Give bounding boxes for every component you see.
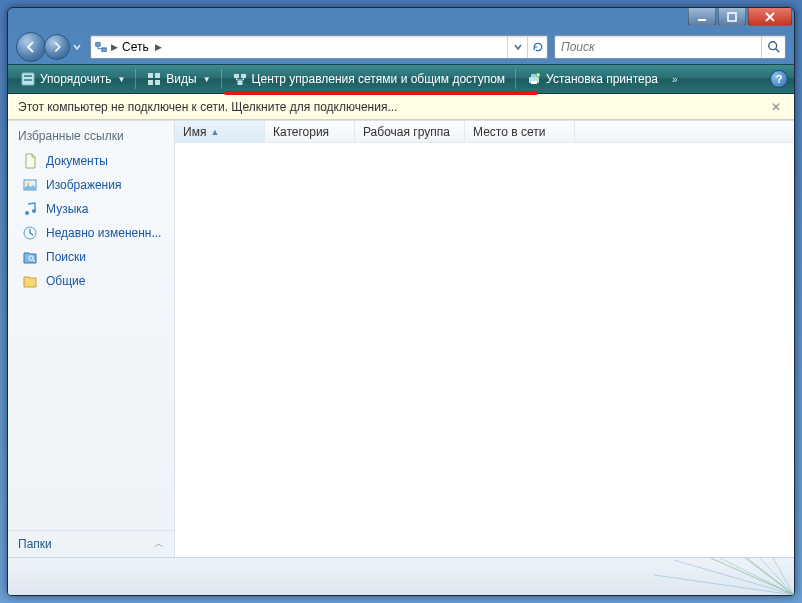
- views-icon: [146, 71, 162, 87]
- sidebar-item-label: Общие: [46, 274, 85, 288]
- breadcrumb[interactable]: Сеть ▶: [118, 40, 166, 54]
- refresh-icon: [532, 41, 544, 53]
- documents-icon: [22, 153, 38, 169]
- column-location[interactable]: Место в сети: [465, 121, 575, 142]
- svg-point-4: [768, 42, 776, 50]
- search-button[interactable]: [761, 36, 785, 58]
- info-bar[interactable]: Этот компьютер не подключен к сети. Щелк…: [8, 94, 794, 120]
- svg-point-22: [32, 209, 36, 213]
- svg-rect-14: [237, 81, 242, 85]
- sidebar-item-label: Поиски: [46, 250, 86, 264]
- body: Избранные ссылки Документы Изображения М…: [8, 120, 794, 557]
- minimize-button[interactable]: [688, 8, 716, 26]
- details-pane: [8, 557, 794, 595]
- column-label: Категория: [273, 125, 329, 139]
- sidebar-item-label: Музыка: [46, 202, 88, 216]
- chevron-down-icon: ▼: [117, 75, 125, 84]
- sidebar-item-searches[interactable]: Поиски: [8, 245, 174, 269]
- sort-ascending-icon: ▲: [210, 127, 219, 137]
- search-input[interactable]: [555, 40, 761, 54]
- sidebar: Избранные ссылки Документы Изображения М…: [8, 121, 175, 557]
- column-headers: Имя ▲ Категория Рабочая группа Место в с…: [175, 121, 794, 143]
- chevron-down-icon: [73, 43, 81, 51]
- search-icon: [767, 40, 781, 54]
- views-label: Виды: [166, 72, 196, 86]
- breadcrumb-root[interactable]: Сеть: [122, 40, 149, 54]
- separator: [135, 69, 136, 89]
- arrow-left-icon: [24, 40, 38, 54]
- nav-buttons: [16, 32, 84, 62]
- column-category[interactable]: Категория: [265, 121, 355, 142]
- column-name[interactable]: Имя ▲: [175, 121, 265, 142]
- column-label: Место в сети: [473, 125, 545, 139]
- network-center-icon: [232, 71, 248, 87]
- pictures-icon: [22, 177, 38, 193]
- close-icon: [765, 12, 775, 22]
- sidebar-item-documents[interactable]: Документы: [8, 149, 174, 173]
- recent-icon: [22, 225, 38, 241]
- maximize-icon: [727, 12, 737, 22]
- info-bar-close-button[interactable]: ✕: [768, 100, 784, 114]
- folders-pane-toggle[interactable]: Папки ︿: [8, 530, 174, 557]
- arrow-right-icon: [51, 41, 63, 53]
- svg-point-21: [25, 211, 29, 215]
- folders-label: Папки: [18, 537, 52, 551]
- explorer-window: ▶ Сеть ▶ Упорядочить ▼: [7, 7, 795, 596]
- add-printer-button[interactable]: Установка принтера: [520, 68, 664, 90]
- svg-rect-1: [728, 13, 736, 21]
- music-icon: [22, 201, 38, 217]
- svg-rect-11: [155, 80, 160, 85]
- sidebar-header: Избранные ссылки: [8, 121, 174, 149]
- refresh-button[interactable]: [527, 36, 547, 58]
- chevron-down-icon: ▼: [203, 75, 211, 84]
- add-printer-label: Установка принтера: [546, 72, 658, 86]
- forward-button[interactable]: [44, 34, 70, 60]
- back-button[interactable]: [16, 32, 46, 62]
- chevron-up-icon: ︿: [154, 537, 164, 551]
- maximize-button[interactable]: [718, 8, 746, 26]
- svg-rect-7: [24, 79, 32, 81]
- svg-rect-2: [96, 43, 100, 47]
- toolbar-overflow-button[interactable]: »: [666, 71, 684, 88]
- sidebar-item-pictures[interactable]: Изображения: [8, 173, 174, 197]
- separator: [221, 69, 222, 89]
- close-icon: ✕: [771, 100, 781, 114]
- minimize-icon: [697, 12, 707, 22]
- network-icon: [91, 40, 111, 54]
- separator: [515, 69, 516, 89]
- organize-label: Упорядочить: [40, 72, 111, 86]
- printer-icon: [526, 71, 542, 87]
- breadcrumb-separator-icon: ▶: [155, 42, 162, 52]
- highlight-annotation: [224, 91, 538, 95]
- organize-button[interactable]: Упорядочить ▼: [14, 68, 131, 90]
- sidebar-item-recent[interactable]: Недавно измененн...: [8, 221, 174, 245]
- svg-rect-17: [531, 81, 537, 84]
- searches-icon: [22, 249, 38, 265]
- help-button[interactable]: ?: [770, 70, 788, 88]
- address-bar[interactable]: ▶ Сеть ▶: [90, 35, 548, 59]
- svg-rect-12: [234, 74, 239, 78]
- column-label: Рабочая группа: [363, 125, 450, 139]
- network-center-label: Центр управления сетями и общим доступом: [252, 72, 506, 86]
- svg-rect-6: [24, 75, 32, 77]
- svg-rect-13: [241, 74, 246, 78]
- sidebar-item-label: Изображения: [46, 178, 121, 192]
- info-bar-text: Этот компьютер не подключен к сети. Щелк…: [18, 100, 397, 114]
- public-icon: [22, 273, 38, 289]
- address-dropdown-button[interactable]: [507, 36, 527, 58]
- decorative-rays: [634, 557, 794, 595]
- chevron-down-icon: [514, 43, 522, 51]
- svg-rect-10: [148, 80, 153, 85]
- sidebar-list: Документы Изображения Музыка Недавно изм…: [8, 149, 174, 530]
- history-dropdown[interactable]: [70, 32, 84, 62]
- views-button[interactable]: Виды ▼: [140, 68, 216, 90]
- sidebar-item-music[interactable]: Музыка: [8, 197, 174, 221]
- svg-rect-0: [698, 19, 706, 21]
- breadcrumb-separator-icon: ▶: [111, 42, 118, 52]
- svg-rect-8: [148, 73, 153, 78]
- column-workgroup[interactable]: Рабочая группа: [355, 121, 465, 142]
- file-list[interactable]: [175, 143, 794, 557]
- network-center-button[interactable]: Центр управления сетями и общим доступом: [226, 68, 512, 90]
- close-button[interactable]: [748, 8, 792, 26]
- sidebar-item-public[interactable]: Общие: [8, 269, 174, 293]
